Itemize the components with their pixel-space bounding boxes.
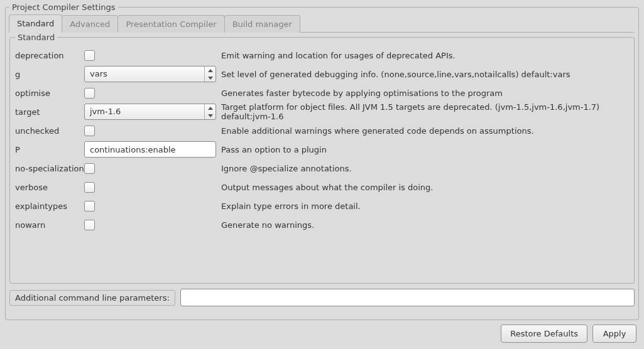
restore-defaults-button[interactable]: Restore Defaults [501, 325, 587, 343]
explaintypes-desc: Explain type errors in more detail. [216, 201, 629, 211]
nowarn-label: nowarn [15, 220, 84, 230]
verbose-checkbox[interactable] [84, 182, 95, 193]
button-bar: Restore Defaults Apply [501, 325, 636, 343]
tab-advanced[interactable]: Advanced [62, 15, 118, 33]
tab-bar: Standard Advanced Presentation Compiler … [9, 14, 635, 33]
optimise-checkbox[interactable] [84, 88, 95, 99]
compiler-settings-panel: Project Compiler Settings Standard Advan… [5, 3, 639, 320]
unchecked-label: unchecked [15, 126, 84, 136]
target-select[interactable]: jvm-1.6 [84, 104, 216, 120]
g-label: g [15, 70, 84, 79]
p-input[interactable] [84, 141, 216, 158]
verbose-desc: Output messages about what the compiler … [216, 183, 629, 192]
group-title: Standard [15, 33, 57, 42]
chevron-up-icon [205, 67, 216, 74]
spinner-icon [204, 67, 216, 82]
g-select-value: vars [85, 67, 204, 82]
optimise-desc: Generates faster bytecode by applying op… [216, 89, 629, 98]
panel-title: Project Compiler Settings [9, 3, 118, 12]
no-specialization-label: no-specialization [15, 164, 84, 173]
unchecked-desc: Enable additional warnings where generat… [216, 126, 629, 136]
standard-group: Standard deprecation Emit warning and lo… [9, 33, 635, 284]
target-label: target [15, 107, 84, 117]
deprecation-desc: Emit warning and location for usages of … [216, 51, 629, 60]
no-specialization-checkbox[interactable] [84, 163, 95, 174]
nowarn-desc: Generate no warnings. [216, 220, 629, 230]
target-select-value: jvm-1.6 [85, 104, 204, 119]
additional-params-label: Additional command line parameters: [9, 290, 175, 306]
p-label: P [15, 145, 84, 154]
tab-presentation-compiler[interactable]: Presentation Compiler [117, 15, 224, 33]
additional-params-input[interactable] [180, 289, 635, 306]
deprecation-label: deprecation [15, 51, 84, 60]
chevron-down-icon [205, 112, 216, 119]
tab-build-manager[interactable]: Build manager [224, 15, 300, 33]
explaintypes-checkbox[interactable] [84, 201, 95, 212]
apply-button[interactable]: Apply [592, 325, 636, 343]
g-desc: Set level of generated debugging info. (… [216, 70, 629, 79]
explaintypes-label: explaintypes [15, 201, 84, 211]
tab-standard[interactable]: Standard [9, 14, 62, 33]
spinner-icon [204, 104, 216, 119]
chevron-down-icon [205, 74, 216, 82]
p-desc: Pass an option to a plugin [216, 145, 629, 154]
no-specialization-desc: Ignore @specialize annotations. [216, 164, 629, 173]
verbose-label: verbose [15, 183, 84, 192]
g-select[interactable]: vars [84, 66, 216, 82]
optimise-label: optimise [15, 89, 84, 98]
nowarn-checkbox[interactable] [84, 220, 95, 230]
deprecation-checkbox[interactable] [84, 50, 95, 61]
target-desc: Target platform for object files. All JV… [216, 102, 629, 121]
unchecked-checkbox[interactable] [84, 126, 95, 136]
chevron-up-icon [205, 104, 216, 112]
